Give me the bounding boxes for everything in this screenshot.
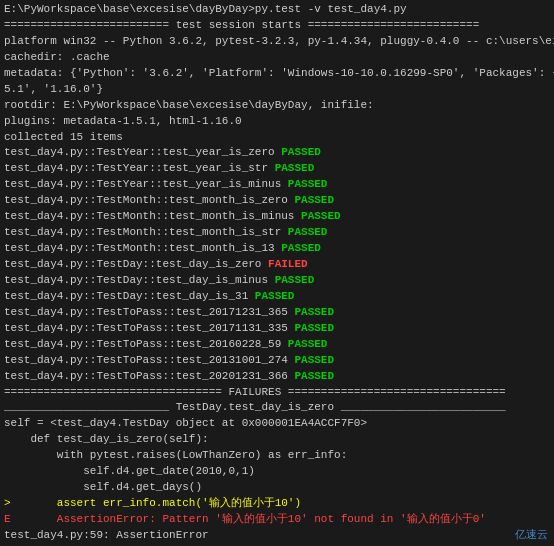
test-result-line: test_day4.py::TestToPass::test_20171131_… bbox=[4, 321, 550, 337]
output-line: E:\PyWorkspace\base\excesise\dayByDay>py… bbox=[4, 2, 550, 18]
test-badge: PASSED bbox=[255, 290, 295, 302]
test-name-text: test_day4.py::TestDay::test_day_is_zero bbox=[4, 258, 268, 270]
test-result-line: test_day4.py::TestYear::test_year_is_str… bbox=[4, 161, 550, 177]
test-name-text: test_day4.py::TestToPass::test_20131001_… bbox=[4, 354, 294, 366]
output-line: test_day4.py:59: AssertionError bbox=[4, 528, 550, 544]
test-result-line: test_day4.py::TestMonth::test_month_is_s… bbox=[4, 225, 550, 241]
test-name-text: test_day4.py::TestMonth::test_month_is_z… bbox=[4, 194, 294, 206]
test-name-text: test_day4.py::TestToPass::test_20160228_… bbox=[4, 338, 288, 350]
output-line: self = <test_day4.TestDay object at 0x00… bbox=[4, 416, 550, 432]
test-name-text: test_day4.py::TestMonth::test_month_is_1… bbox=[4, 242, 281, 254]
test-result-line: test_day4.py::TestDay::test_day_is_minus… bbox=[4, 273, 550, 289]
test-badge: PASSED bbox=[301, 210, 341, 222]
output-line: > assert err_info.match('输入的值小于10') bbox=[4, 496, 550, 512]
test-name-text: test_day4.py::TestMonth::test_month_is_s… bbox=[4, 226, 288, 238]
output-line: metadata: {'Python': '3.6.2', 'Platform'… bbox=[4, 66, 550, 82]
output-line: rootdir: E:\PyWorkspace\base\excesise\da… bbox=[4, 98, 550, 114]
output-line: ================================= FAILUR… bbox=[4, 385, 550, 401]
test-result-line: test_day4.py::TestMonth::test_month_is_1… bbox=[4, 241, 550, 257]
test-result-line: test_day4.py::TestToPass::test_20131001_… bbox=[4, 353, 550, 369]
test-name-text: test_day4.py::TestYear::test_year_is_zer… bbox=[4, 146, 281, 158]
test-badge: PASSED bbox=[281, 242, 321, 254]
test-badge: PASSED bbox=[294, 322, 334, 334]
test-name-text: test_day4.py::TestYear::test_year_is_str bbox=[4, 162, 275, 174]
test-badge: PASSED bbox=[294, 306, 334, 318]
test-badge: PASSED bbox=[275, 162, 315, 174]
test-result-line: test_day4.py::TestYear::test_year_is_min… bbox=[4, 177, 550, 193]
test-name-text: test_day4.py::TestToPass::test_20171231_… bbox=[4, 306, 294, 318]
output-line: self.d4.get_date(2010,0,1) bbox=[4, 464, 550, 480]
output-line: E AssertionError: Pattern '输入的值小于10' not… bbox=[4, 512, 550, 528]
test-name-text: test_day4.py::TestYear::test_year_is_min… bbox=[4, 178, 288, 190]
test-name-text: test_day4.py::TestDay::test_day_is_minus bbox=[4, 274, 275, 286]
test-result-line: test_day4.py::TestYear::test_year_is_zer… bbox=[4, 145, 550, 161]
output-line: self.d4.get_days() bbox=[4, 480, 550, 496]
test-badge: PASSED bbox=[294, 370, 334, 382]
output-line: def test_day_is_zero(self): bbox=[4, 432, 550, 448]
test-badge: PASSED bbox=[281, 146, 321, 158]
output-line: plugins: metadata-1.5.1, html-1.16.0 bbox=[4, 114, 550, 130]
test-result-line: test_day4.py::TestToPass::test_20160228_… bbox=[4, 337, 550, 353]
test-result-line: test_day4.py::TestDay::test_day_is_31 PA… bbox=[4, 289, 550, 305]
output-line: _________________________ TestDay.test_d… bbox=[4, 400, 550, 416]
test-badge: PASSED bbox=[288, 226, 328, 238]
output-line: collected 15 items bbox=[4, 130, 550, 146]
test-badge: PASSED bbox=[288, 178, 328, 190]
test-badge: FAILED bbox=[268, 258, 308, 270]
output-line: ========================= test session s… bbox=[4, 18, 550, 34]
test-name-text: test_day4.py::TestToPass::test_20201231_… bbox=[4, 370, 294, 382]
output-line: with pytest.raises(LowThanZero) as err_i… bbox=[4, 448, 550, 464]
terminal-window: E:\PyWorkspace\base\excesise\dayByDay>py… bbox=[0, 0, 554, 546]
output-line: cachedir: .cache bbox=[4, 50, 550, 66]
test-result-line: test_day4.py::TestMonth::test_month_is_z… bbox=[4, 193, 550, 209]
output-line: 5.1', '1.16.0'} bbox=[4, 82, 550, 98]
test-name-text: test_day4.py::TestToPass::test_20171131_… bbox=[4, 322, 294, 334]
test-result-line: test_day4.py::TestMonth::test_month_is_m… bbox=[4, 209, 550, 225]
test-name-text: test_day4.py::TestMonth::test_month_is_m… bbox=[4, 210, 301, 222]
test-result-line: test_day4.py::TestToPass::test_20201231_… bbox=[4, 369, 550, 385]
test-badge: PASSED bbox=[294, 194, 334, 206]
test-badge: PASSED bbox=[288, 338, 328, 350]
test-badge: PASSED bbox=[294, 354, 334, 366]
watermark: 亿速云 bbox=[515, 527, 548, 542]
test-badge: PASSED bbox=[275, 274, 315, 286]
test-name-text: test_day4.py::TestDay::test_day_is_31 bbox=[4, 290, 255, 302]
test-result-line: test_day4.py::TestDay::test_day_is_zero … bbox=[4, 257, 550, 273]
output-line: platform win32 -- Python 3.6.2, pytest-3… bbox=[4, 34, 550, 50]
test-result-line: test_day4.py::TestToPass::test_20171231_… bbox=[4, 305, 550, 321]
